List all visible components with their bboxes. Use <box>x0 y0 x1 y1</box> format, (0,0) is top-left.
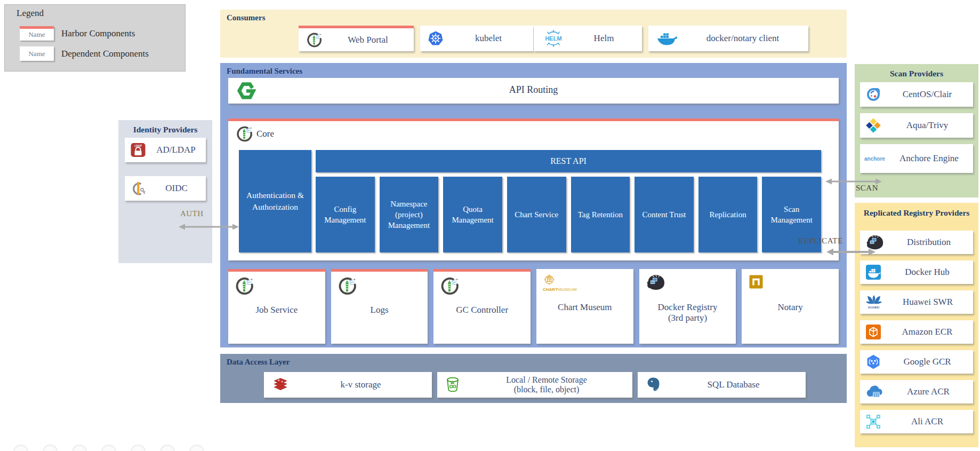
harbor-icon <box>440 276 459 296</box>
oidc-icon <box>130 180 147 196</box>
page-dot <box>189 445 204 451</box>
gc-controller-label: GC Controller <box>455 305 509 315</box>
centos-clair-label: CentOS/Clair <box>881 89 973 100</box>
docker-registry-box: Docker Registry (3rd party) <box>639 269 736 344</box>
module-tag-retention: Tag Retention <box>571 177 630 252</box>
logs-box: Logs <box>331 269 428 344</box>
kubelet-box: kubelet <box>420 26 533 51</box>
core-header: Core <box>236 125 274 143</box>
storage-bucket-icon <box>445 376 461 394</box>
logs-label: Logs <box>334 305 425 315</box>
helm-icon: HELM <box>541 29 566 48</box>
replicate-arrow <box>826 248 875 258</box>
centos-clair-box: CentOS/Clair <box>860 82 973 107</box>
core-box: Core Authentication & Authorization REST… <box>228 118 839 260</box>
notary-label: Notary <box>745 302 836 313</box>
module-quota-management: Quota Management <box>443 177 502 252</box>
module-namespace-management: Namespace (project) Management <box>380 177 439 252</box>
aqua-trivy-label: Aqua/Trivy <box>881 120 973 131</box>
azure-acr-box: Azure ACR <box>860 380 973 403</box>
scan-providers-title: Scan Providers <box>855 69 978 78</box>
ad-ldap-label: AD/LDAP <box>146 145 206 155</box>
consumers-section: Consumers Web Portal kubelet HELM Helm d… <box>220 10 847 58</box>
kv-storage-label: k-v storage <box>290 379 432 390</box>
replicate-flow-label: REPLICATE <box>798 236 843 246</box>
local-remote-storage-box: Local / Remote Storage (block, file, obj… <box>437 372 632 398</box>
helm-box: HELM Helm <box>534 26 642 51</box>
legend-dependent-sample: Name <box>20 46 54 61</box>
sql-database-label: SQL Database <box>661 379 806 390</box>
notary-icon <box>748 274 764 290</box>
kv-storage-box: k-v storage <box>264 372 432 398</box>
legend-harbor-sample: Name <box>20 26 54 41</box>
amazon-ecr-icon <box>865 324 881 340</box>
aqua-trivy-box: Aqua/Trivy <box>860 113 973 138</box>
core-modules: Config Management Namespace (project) Ma… <box>316 177 821 252</box>
legend-dependent-sample-label: Name <box>28 50 45 58</box>
local-remote-storage-line2: (block, file, object) <box>461 385 632 394</box>
chart-museum-box: CHARTMUSEUM Chart Museum <box>536 269 633 344</box>
distribution-box: Distribution <box>860 231 973 254</box>
replicated-registry-providers-section: Replicated Registry Providers Distributi… <box>855 203 978 447</box>
chartmuseum-wordmark-chart: CHART <box>543 287 558 292</box>
legend: Legend Name Harbor Components Name Depen… <box>4 4 186 72</box>
page-dot <box>13 445 28 451</box>
page-dot <box>101 445 116 451</box>
page-dot <box>131 445 146 451</box>
distribution-icon <box>646 274 666 291</box>
svg-text:HUAWEI: HUAWEI <box>868 306 880 309</box>
huawei-icon: HUAWEI <box>865 294 882 310</box>
local-remote-storage-line1: Local / Remote Storage <box>461 375 632 385</box>
core-grid: Authentication & Authorization REST API … <box>239 150 821 252</box>
identity-providers-section: Identity Providers LDAP AD/LDAP OIDC <box>118 120 212 263</box>
module-config-management: Config Management <box>316 177 375 252</box>
auth-flow-label: AUTH <box>180 209 204 218</box>
local-remote-storage-label: Local / Remote Storage (block, file, obj… <box>461 375 632 395</box>
chartmuseum-wordmark-museum: MUSEUM <box>558 287 577 292</box>
api-routing-box: API Routing <box>228 78 839 104</box>
amazon-ecr-box: Amazon ECR <box>860 320 973 344</box>
anchore-icon: anchore <box>864 156 885 162</box>
notary-box: Notary <box>742 269 839 344</box>
huawei-swr-label: Huawei SWR <box>882 297 973 307</box>
scan-flow-label: SCAN <box>856 184 878 193</box>
ad-ldap-box: LDAP AD/LDAP <box>125 138 206 162</box>
distribution-label: Distribution <box>885 237 973 248</box>
postgresql-icon <box>645 376 661 393</box>
anchore-engine-box: anchore Anchore Engine <box>860 144 973 173</box>
sql-database-box: SQL Database <box>638 372 806 398</box>
gc-controller-box: GC Controller <box>433 269 531 344</box>
chart-museum-label: Chart Museum <box>540 302 630 313</box>
harbor-icon <box>235 276 254 296</box>
legend-harbor-sample-label: Name <box>28 30 45 39</box>
module-chart-service: Chart Service <box>507 177 566 252</box>
trivy-icon <box>865 117 881 133</box>
docker-notary-client-label: docker/notary client <box>677 33 808 44</box>
consumers-title: Consumers <box>227 13 266 22</box>
job-service-label: Job Service <box>231 305 322 315</box>
azure-acr-label: Azure ACR <box>883 386 973 397</box>
kubernetes-icon <box>428 30 444 46</box>
data-access-layer-title: Data Access Layer <box>227 358 290 367</box>
api-routing-label: API Routing <box>228 84 839 96</box>
docker-hub-box: Docker Hub <box>860 260 973 284</box>
core-label: Core <box>256 129 274 139</box>
google-gcr-label: Google GCR <box>881 357 973 367</box>
clair-icon <box>865 86 881 102</box>
service-row: Job Service Logs GC Controller CHARTMUSE… <box>228 269 839 344</box>
legend-dependent-label: Dependent Components <box>61 49 149 59</box>
auth-arrow <box>179 223 239 233</box>
docker-icon <box>656 30 677 46</box>
svg-text:HELM: HELM <box>545 35 561 42</box>
docker-notary-client-box: docker/notary client <box>648 26 808 51</box>
fundamental-services-title: Fundamental Services <box>227 67 302 76</box>
ldap-icon: LDAP <box>130 142 146 158</box>
google-gcr-box: Google GCR <box>860 350 973 374</box>
page-dot <box>72 445 87 451</box>
kubelet-label: kubelet <box>444 33 533 44</box>
chartmuseum-icon: CHARTMUSEUM <box>543 274 577 292</box>
oidc-label: OIDC <box>147 183 206 194</box>
job-service-box: Job Service <box>228 269 325 344</box>
page-dot <box>160 445 175 451</box>
module-content-trust: Content Trust <box>634 177 694 252</box>
